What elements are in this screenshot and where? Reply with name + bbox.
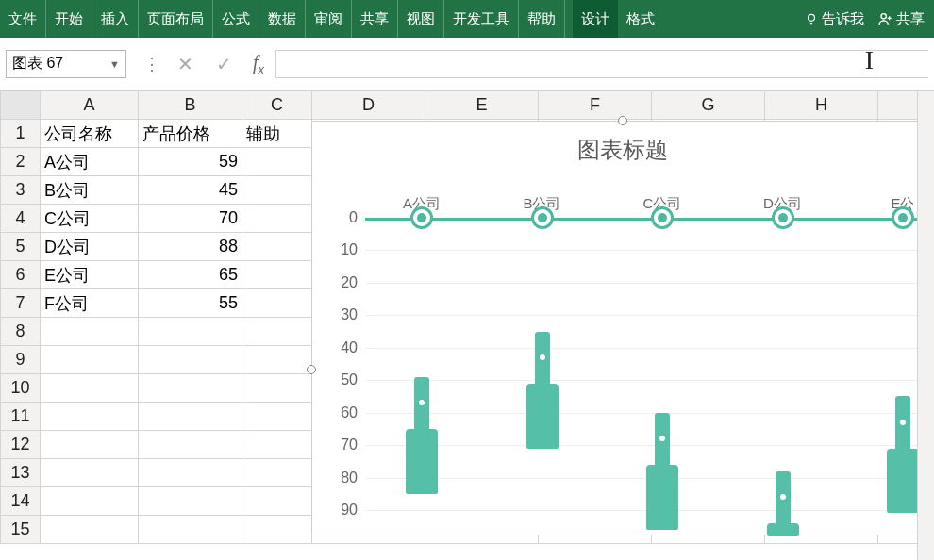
formula-bar: 图表 67 ▼ ⋮ ✕ ✓ fx — [0, 38, 934, 91]
y-tick-label: 80 — [312, 469, 358, 486]
chart-title[interactable]: 图表标题 — [312, 122, 933, 171]
col-header-H[interactable]: H — [765, 91, 878, 120]
vertical-scrollbar[interactable] — [917, 91, 934, 560]
cell[interactable]: 70 — [139, 205, 242, 233]
row-header[interactable]: 10 — [1, 374, 41, 403]
data-bar[interactable] — [646, 413, 678, 530]
tab-home[interactable]: 开始 — [46, 0, 92, 38]
tab-chart-design[interactable]: 设计 — [573, 0, 618, 38]
cell[interactable] — [242, 205, 312, 233]
col-header-D[interactable]: D — [312, 91, 425, 120]
gridline — [365, 348, 933, 349]
name-box[interactable]: 图表 67 ▼ — [6, 50, 126, 78]
tab-share[interactable]: 共享 — [352, 0, 398, 38]
cell[interactable]: 55 — [139, 289, 242, 318]
cell[interactable] — [242, 233, 312, 261]
cell[interactable]: 45 — [139, 176, 242, 205]
gridline — [365, 315, 933, 316]
cell[interactable]: 59 — [139, 148, 242, 176]
y-tick-label: 20 — [312, 274, 358, 291]
y-tick-label: 40 — [312, 339, 358, 356]
row-header[interactable]: 15 — [1, 516, 41, 544]
y-tick-label: 50 — [312, 371, 358, 388]
share-button[interactable]: 共享 — [877, 10, 925, 28]
row-header[interactable]: 9 — [1, 346, 41, 374]
chart-plot-area[interactable]: A公司B公司C公司D公司E公司 0102030405060708090 — [312, 171, 933, 529]
y-tick-label: 60 — [312, 404, 358, 421]
cell[interactable]: 65 — [139, 261, 242, 289]
col-header-F[interactable]: F — [539, 91, 652, 120]
fx-icon[interactable]: fx — [245, 52, 272, 76]
row-header[interactable]: 2 — [1, 148, 41, 176]
cell[interactable]: E公司 — [41, 261, 139, 289]
data-bar[interactable] — [767, 471, 799, 536]
person-plus-icon — [877, 11, 892, 26]
gridline — [365, 283, 933, 284]
lightbulb-icon — [805, 12, 818, 25]
chevron-down-icon: ▼ — [109, 58, 120, 70]
row-header[interactable]: 5 — [1, 233, 41, 261]
y-tick-label: 0 — [312, 209, 358, 226]
tab-insert[interactable]: 插入 — [92, 0, 139, 38]
row-header[interactable]: 12 — [1, 431, 41, 459]
data-marker-icon[interactable] — [651, 206, 674, 229]
cell[interactable]: C公司 — [41, 205, 139, 233]
tab-file[interactable]: 文件 — [0, 0, 46, 38]
row-header[interactable]: 7 — [1, 289, 41, 318]
svg-point-0 — [809, 14, 815, 21]
worksheet-area: A B C D E F G H 1 公司名称 产品价格 辅助 2 A公司 59 … — [0, 91, 934, 560]
formula-input[interactable] — [275, 50, 928, 78]
col-header-A[interactable]: A — [41, 91, 139, 120]
cell[interactable]: 88 — [139, 233, 242, 261]
tab-view[interactable]: 视图 — [398, 0, 444, 38]
data-bar[interactable] — [406, 377, 438, 494]
row-header[interactable]: 11 — [1, 403, 41, 431]
tellme-label: 告诉我 — [822, 10, 864, 28]
menu-dots-icon[interactable]: ⋮ — [140, 54, 164, 74]
tab-developer[interactable]: 开发工具 — [444, 0, 519, 38]
data-bar[interactable] — [887, 396, 919, 513]
row-header[interactable]: 13 — [1, 459, 41, 487]
cell[interactable] — [242, 176, 312, 205]
col-header-E[interactable]: E — [425, 91, 539, 120]
tab-pagelayout[interactable]: 页面布局 — [139, 0, 213, 38]
data-bar[interactable] — [526, 332, 559, 449]
y-tick-label: 90 — [312, 502, 358, 519]
cell[interactable]: 辅助 — [242, 120, 312, 148]
row-header[interactable]: 3 — [1, 176, 41, 205]
cell[interactable]: B公司 — [41, 176, 139, 205]
tellme-button[interactable]: 告诉我 — [805, 10, 864, 28]
cell[interactable] — [242, 261, 312, 289]
cell[interactable]: A公司 — [41, 148, 139, 176]
data-marker-icon[interactable] — [531, 206, 554, 229]
data-marker-icon[interactable] — [892, 206, 914, 229]
select-all-corner[interactable] — [1, 91, 41, 120]
x-axis-line — [365, 218, 933, 221]
cell[interactable] — [242, 289, 312, 318]
share-label: 共享 — [896, 10, 925, 28]
cell[interactable] — [242, 148, 312, 176]
col-header-C[interactable]: C — [242, 91, 312, 120]
cell[interactable]: F公司 — [41, 289, 139, 318]
row-header[interactable]: 8 — [1, 318, 41, 346]
formula-enter-icon[interactable]: ✓ — [207, 53, 242, 75]
tab-data[interactable]: 数据 — [259, 0, 306, 38]
tab-formulas[interactable]: 公式 — [213, 0, 259, 38]
row-header[interactable]: 14 — [1, 487, 41, 516]
tab-review[interactable]: 审阅 — [306, 0, 352, 38]
data-marker-icon[interactable] — [772, 206, 794, 229]
row-header[interactable]: 1 — [1, 120, 41, 148]
formula-cancel-icon[interactable]: ✕ — [168, 53, 203, 75]
cell[interactable]: D公司 — [41, 233, 139, 261]
col-header-B[interactable]: B — [139, 91, 242, 120]
cell[interactable]: 产品价格 — [139, 120, 242, 148]
data-marker-icon[interactable] — [410, 206, 433, 229]
tab-chart-format[interactable]: 格式 — [618, 0, 663, 38]
chart-object[interactable]: 图表标题 A公司B公司C公司D公司E公司 0102030405060708090 — [311, 121, 934, 535]
cell[interactable]: 公司名称 — [41, 120, 139, 148]
col-header-G[interactable]: G — [652, 91, 765, 120]
resize-handle-icon[interactable] — [618, 116, 627, 125]
tab-help[interactable]: 帮助 — [519, 0, 565, 38]
row-header[interactable]: 6 — [1, 261, 41, 289]
row-header[interactable]: 4 — [1, 205, 41, 233]
